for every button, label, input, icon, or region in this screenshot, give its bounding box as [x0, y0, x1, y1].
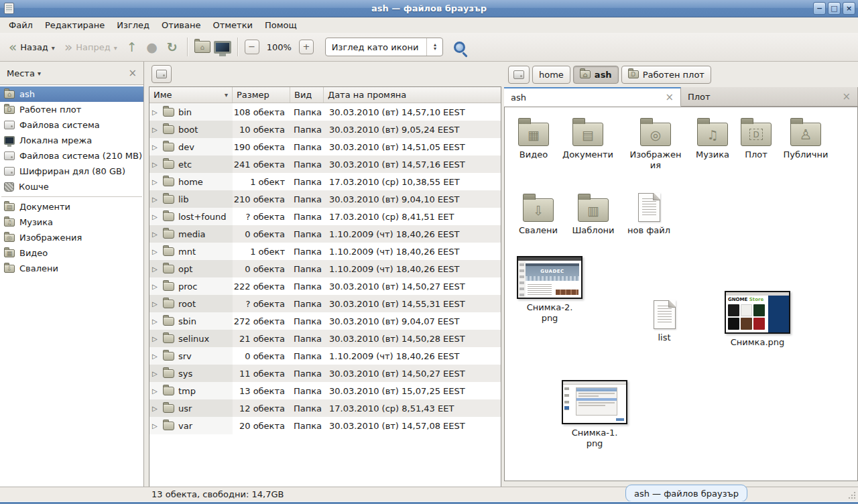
folder-item-public[interactable]: Публични: [778, 117, 834, 160]
table-row[interactable]: ▷sys11 обектаПапка30.03.2010 (вт) 14,50,…: [149, 365, 501, 382]
folder-item-documents[interactable]: Документи: [560, 117, 616, 160]
maximize-button[interactable]: □: [828, 2, 841, 15]
table-row[interactable]: ▷selinux21 обектаПапка30.03.2010 (вт) 14…: [149, 330, 501, 347]
sidebar-item-downloads[interactable]: Свалени: [0, 261, 143, 276]
expander-icon[interactable]: ▷: [152, 265, 159, 273]
sidebar-item-trash[interactable]: Кошче: [0, 179, 143, 194]
taskbar-window-hint[interactable]: ash — файлов браузър: [625, 485, 747, 502]
sidebar-item-video[interactable]: Видео: [0, 245, 143, 261]
table-row[interactable]: ▷lib210 обектаПапка30.03.2010 (вт) 9,04,…: [149, 190, 501, 208]
expander-icon[interactable]: ▷: [152, 370, 159, 377]
stop-button[interactable]: [142, 37, 162, 57]
column-header-date[interactable]: Дата на промяна: [324, 87, 501, 103]
search-icon[interactable]: [454, 42, 465, 53]
expander-icon[interactable]: ▷: [152, 353, 159, 360]
back-button[interactable]: Назад: [4, 37, 60, 57]
table-row[interactable]: ▷usr12 обектаПапка17.03.2010 (ср) 8,51,4…: [149, 399, 501, 417]
folder-item-downloads[interactable]: Свалени: [510, 193, 566, 236]
sidebar-item-music[interactable]: Музика: [0, 214, 143, 230]
expander-icon[interactable]: ▷: [152, 126, 159, 133]
table-row[interactable]: ▷home1 обектПапка17.03.2010 (ср) 10,38,5…: [149, 173, 501, 190]
table-row[interactable]: ▷opt0 обектаПапка1.10.2009 (чт) 18,40,26…: [149, 260, 501, 277]
expander-icon[interactable]: ▷: [152, 109, 159, 116]
zoom-in-button[interactable]: +: [299, 40, 314, 54]
expander-icon[interactable]: ▷: [152, 161, 159, 168]
spinner-icon[interactable]: [426, 38, 442, 56]
table-row[interactable]: ▷lost+found? обектаПапка17.03.2010 (ср) …: [149, 208, 501, 225]
sidebar-item-network[interactable]: Локална мрежа: [0, 133, 143, 148]
folder-item-pictures[interactable]: Изображения: [627, 117, 684, 171]
expander-icon[interactable]: ▷: [152, 248, 159, 255]
expander-icon[interactable]: ▷: [152, 387, 159, 395]
menu-go[interactable]: Отиване: [156, 19, 206, 32]
tab-ash[interactable]: ash×: [504, 87, 681, 107]
image-item-snimka[interactable]: GNOME Store Снимка.png: [724, 291, 791, 348]
minimize-button[interactable]: −: [813, 2, 826, 15]
expander-icon[interactable]: ▷: [152, 335, 159, 342]
breadcrumb-root-button[interactable]: [508, 66, 530, 84]
up-button[interactable]: [122, 37, 142, 57]
close-button[interactable]: ×: [843, 2, 855, 15]
folder-item-templates[interactable]: Шаблони: [565, 193, 621, 236]
sidebar-item-desktop[interactable]: Работен плот: [0, 102, 143, 117]
table-row[interactable]: ▷var20 обектаПапка30.03.2010 (вт) 14,57,…: [149, 417, 501, 434]
image-item-snimka-2[interactable]: GUADEC Снимка-2.png: [516, 256, 583, 324]
table-row[interactable]: ▷root? обектаПапка30.03.2010 (вт) 14,55,…: [149, 295, 501, 312]
root-location-button[interactable]: [151, 65, 172, 83]
sidebar-mode-select[interactable]: Места: [7, 68, 41, 78]
expander-icon[interactable]: ▷: [152, 283, 159, 290]
table-row[interactable]: ▷sbin272 обектаПапка30.03.2010 (вт) 9,04…: [149, 312, 501, 330]
expander-icon[interactable]: ▷: [152, 178, 159, 186]
table-row[interactable]: ▷mnt1 обектПапка1.10.2009 (чт) 18,40,26 …: [149, 243, 501, 260]
icon-view[interactable]: Видео Документи Изображения Музика Плот …: [504, 107, 858, 481]
menu-edit[interactable]: Редактиране: [39, 19, 111, 32]
breadcrumb-home-button[interactable]: home: [532, 66, 570, 84]
sidebar-item-pictures[interactable]: Изображения: [0, 230, 143, 245]
zoom-out-button[interactable]: −: [245, 40, 259, 54]
sidebar-item-filesystem[interactable]: Файлова система: [0, 117, 143, 133]
table-row[interactable]: ▷bin108 обектаПапка30.03.2010 (вт) 14,57…: [149, 103, 501, 121]
expander-icon[interactable]: ▷: [152, 405, 159, 412]
table-row[interactable]: ▷tmp13 обектаПапка30.03.2010 (вт) 15,07,…: [149, 382, 501, 399]
column-header-type[interactable]: Вид: [290, 87, 324, 103]
sidebar-item-encrypted[interactable]: Шифриран дял (80 GB): [0, 164, 143, 179]
table-row[interactable]: ▷dev190 обектаПапка30.03.2010 (вт) 14,51…: [149, 138, 501, 155]
sidebar-item-filesystem-210[interactable]: Файлова система (210 MB): [0, 148, 143, 164]
table-row[interactable]: ▷proc222 обектаПапка30.03.2010 (вт) 14,5…: [149, 277, 501, 295]
breadcrumb-desktop-button[interactable]: Работен плот: [621, 66, 711, 84]
table-row[interactable]: ▷media0 обектаПапка1.10.2009 (чт) 18,40,…: [149, 225, 501, 243]
folder-item-desktop[interactable]: Плот: [728, 117, 784, 160]
file-item-new-file[interactable]: нов файл: [621, 193, 677, 236]
expander-icon[interactable]: ▷: [152, 300, 159, 308]
menu-help[interactable]: Помощ: [259, 19, 303, 32]
reload-button[interactable]: [162, 37, 182, 57]
menu-view[interactable]: Изглед: [111, 19, 156, 32]
expander-icon[interactable]: ▷: [152, 143, 159, 151]
sidebar-item-documents[interactable]: Документи: [0, 199, 143, 214]
table-row[interactable]: ▷boot10 обектаПапка30.03.2010 (вт) 9,05,…: [149, 121, 501, 138]
expander-icon[interactable]: ▷: [152, 231, 159, 238]
table-row[interactable]: ▷srv0 обектаПапка1.10.2009 (чт) 18,40,26…: [149, 347, 501, 365]
computer-button[interactable]: [212, 37, 233, 57]
tab-close-icon[interactable]: ×: [842, 90, 851, 103]
expander-icon[interactable]: ▷: [152, 196, 159, 203]
file-item-list[interactable]: list: [636, 300, 692, 343]
image-item-snimka-1[interactable]: Снимка-1.png: [561, 380, 628, 449]
sidebar-close-icon[interactable]: ×: [128, 67, 137, 79]
tab-close-icon[interactable]: ×: [665, 91, 674, 103]
column-header-size[interactable]: Размер: [233, 87, 290, 103]
sidebar-item-ash[interactable]: ash: [0, 86, 143, 102]
chevron-down-icon[interactable]: [52, 42, 55, 52]
folder-item-video[interactable]: Видео: [505, 117, 562, 160]
expander-icon[interactable]: ▷: [152, 318, 159, 325]
menu-file[interactable]: Файл: [3, 19, 39, 32]
table-row[interactable]: ▷etc241 обектаПапка30.03.2010 (вт) 14,57…: [149, 155, 501, 173]
view-mode-select[interactable]: Изглед като икони: [325, 38, 444, 56]
column-header-name[interactable]: Име: [149, 87, 233, 103]
expander-icon[interactable]: ▷: [152, 213, 159, 220]
tab-plot[interactable]: Плот×: [681, 87, 858, 106]
resize-grip[interactable]: [847, 491, 857, 500]
menu-bookmarks[interactable]: Отметки: [206, 19, 258, 32]
breadcrumb-ash-button[interactable]: ash: [573, 66, 619, 84]
expander-icon[interactable]: ▷: [152, 422, 159, 430]
